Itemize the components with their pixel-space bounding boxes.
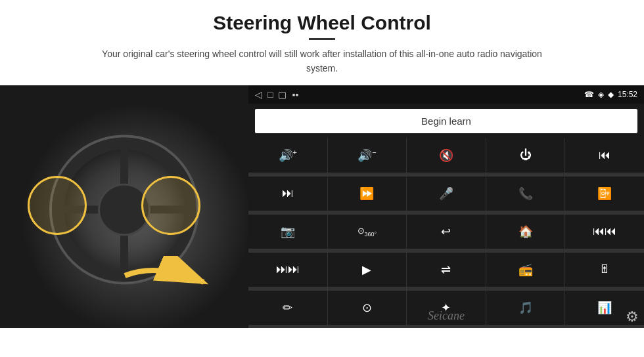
- status-bar: ◁ □ ▢ ▪▪ ☎ ◈ ◆ 15:52: [248, 85, 644, 104]
- center-button[interactable]: ⊙: [328, 291, 407, 325]
- time-display: 15:52: [618, 90, 637, 99]
- radio-icon: 📻: [518, 262, 533, 277]
- begin-learn-button[interactable]: Begin learn: [255, 109, 637, 133]
- vol-up-button[interactable]: 🔊+: [248, 138, 327, 173]
- edit-icon: ✏: [283, 301, 292, 315]
- prev-track-button[interactable]: ⏮: [565, 138, 644, 173]
- power-icon: ⏻: [520, 148, 532, 162]
- navigation-button[interactable]: ▶: [328, 253, 407, 287]
- vol-down-icon: 🔊−: [357, 148, 376, 163]
- center-icon: ⊙: [362, 301, 372, 315]
- page-header: Steering Wheel Control Your original car…: [0, 0, 644, 83]
- mute-icon: 🔇: [439, 148, 453, 163]
- location-status-icon: ◈: [598, 90, 604, 99]
- bluetooth-button[interactable]: ✦: [407, 291, 486, 325]
- vol-down-button[interactable]: 🔊−: [328, 138, 407, 173]
- back-icon: ↩: [441, 224, 451, 239]
- 360-view-button[interactable]: ⊙360°: [328, 215, 407, 249]
- mic-button[interactable]: 🎤: [407, 177, 486, 211]
- title-divider: [309, 38, 335, 40]
- camera-icon: 📷: [281, 224, 295, 239]
- skip-button[interactable]: ⏭⏭: [248, 253, 327, 287]
- switch-icon: ⇌: [441, 262, 451, 277]
- page-subtitle: Your original car's steering wheel contr…: [92, 47, 552, 76]
- music-icon: 🎵: [518, 301, 533, 315]
- fast-forward-button[interactable]: ⏩: [328, 177, 407, 211]
- next-button[interactable]: ⏭: [248, 177, 327, 211]
- home-icon: 🏠: [518, 224, 533, 239]
- radio-button[interactable]: 📻: [486, 253, 565, 287]
- controls-grid: 🔊+ 🔊− 🔇 ⏻ ⏮ ⏭ ⏩ 🎤: [248, 138, 644, 328]
- switch-button[interactable]: ⇌: [407, 253, 486, 287]
- bluetooth-icon: ✦: [441, 301, 451, 315]
- left-highlight-circle: [28, 176, 87, 235]
- mic-icon: 🎤: [439, 186, 453, 201]
- skip-icon: ⏭⏭: [276, 262, 300, 276]
- eq-icon: 🎚: [599, 262, 610, 276]
- home-nav-icon[interactable]: □: [267, 89, 273, 100]
- signal-icon: ▪▪: [292, 89, 298, 100]
- call-button[interactable]: 📞: [486, 177, 565, 211]
- power-button[interactable]: ⏻: [486, 138, 565, 173]
- fast-forward-icon: ⏩: [359, 186, 374, 201]
- end-call-button[interactable]: 📴: [565, 177, 644, 211]
- android-panel: ◁ □ ▢ ▪▪ ☎ ◈ ◆ 15:52 Begin learn 🔊+ 🔊−: [248, 85, 644, 328]
- edit-button[interactable]: ✏: [248, 291, 327, 325]
- page-title: Steering Wheel Control: [39, 12, 605, 34]
- wifi-status-icon: ◆: [608, 90, 614, 99]
- arrow-svg: [105, 256, 223, 308]
- eq-button[interactable]: 🎚: [565, 253, 644, 287]
- prev-track-icon: ⏮: [599, 148, 610, 162]
- music-button[interactable]: 🎵: [486, 291, 565, 325]
- 360-icon: ⊙360°: [357, 226, 377, 238]
- right-highlight-circle: [141, 176, 200, 235]
- home-button[interactable]: 🏠: [486, 215, 565, 249]
- settings-gear-button[interactable]: ⚙: [626, 308, 639, 326]
- call-icon: 📞: [518, 186, 533, 201]
- next-icon: ⏭: [282, 186, 294, 200]
- prev-chapter-button[interactable]: ⏮⏮: [565, 215, 644, 249]
- camera-button[interactable]: 📷: [248, 215, 327, 249]
- steering-wheel-photo: [0, 85, 248, 328]
- status-right: ☎ ◈ ◆ 15:52: [584, 90, 637, 99]
- phone-status-icon: ☎: [584, 90, 594, 99]
- navigation-icon: ▶: [362, 262, 371, 277]
- back-nav-icon[interactable]: ◁: [255, 89, 262, 100]
- arrow-container: [105, 256, 223, 308]
- content-area: ◁ □ ▢ ▪▪ ☎ ◈ ◆ 15:52 Begin learn 🔊+ 🔊−: [0, 85, 644, 328]
- prev-chapter-icon: ⏮⏮: [593, 224, 616, 238]
- end-call-icon: 📴: [597, 186, 612, 201]
- steering-bg: [0, 85, 248, 328]
- mute-button[interactable]: 🔇: [407, 138, 486, 173]
- recent-nav-icon[interactable]: ▢: [278, 89, 287, 100]
- begin-learn-row: Begin learn: [248, 104, 644, 138]
- vol-up-icon: 🔊+: [279, 148, 297, 163]
- back-button[interactable]: ↩: [407, 215, 486, 249]
- status-left: ◁ □ ▢ ▪▪: [255, 89, 298, 100]
- spectrum-icon: 📊: [597, 301, 612, 315]
